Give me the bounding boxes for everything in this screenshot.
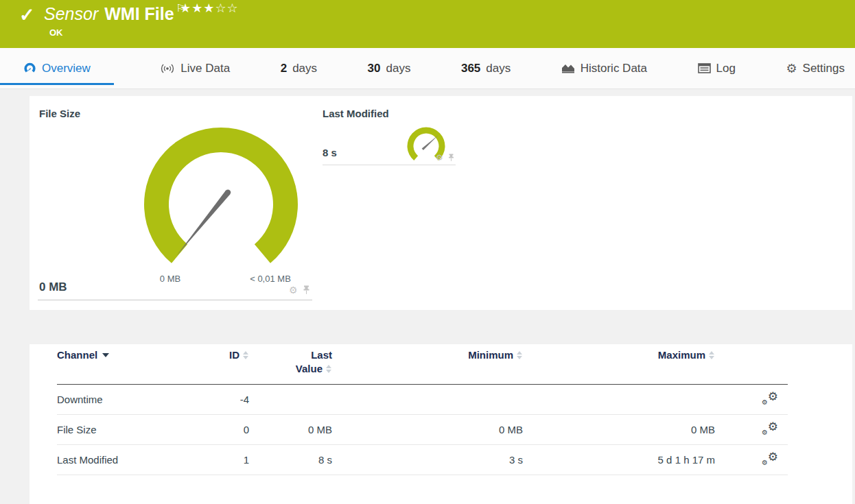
sort-desc-icon	[102, 353, 109, 357]
channel-settings-gears-icon[interactable]: ⚙⚙	[762, 391, 778, 406]
status-badge: OK	[49, 27, 63, 38]
column-header-channel[interactable]: Channel	[57, 348, 194, 376]
column-header-maximum[interactable]: Maximum	[523, 348, 715, 376]
live-data-icon	[160, 63, 175, 74]
channel-maximum: 0 MB	[523, 424, 715, 435]
channel-minimum: 0 MB	[332, 424, 523, 435]
panel-gear-icon[interactable]: ⚙	[436, 154, 443, 162]
channel-id: 0	[194, 424, 249, 435]
table-row-last-modified: Last Modified 1 8 s 3 s 5 d 1 h 17 m ⚙⚙	[57, 445, 788, 475]
sort-icon	[517, 350, 523, 360]
tab-settings-label: Settings	[803, 62, 845, 75]
channels-table-header: Channel ID Last Value Minimum Maximum	[57, 344, 788, 385]
sensor-status-header: ✓ SensorWMI File⚐ ★★★☆☆ OK	[0, 0, 855, 48]
channel-id: 1	[194, 454, 249, 466]
column-header-id[interactable]: ID	[194, 348, 249, 376]
column-header-maximum-label: Maximum	[658, 349, 705, 361]
tab-bar: Overview Live Data 2 days 30 days 365 da…	[0, 48, 855, 89]
tab-live-data[interactable]: Live Data	[156, 48, 234, 88]
stars-filled: ★★★	[180, 1, 215, 15]
last-modified-panel-border	[323, 165, 456, 165]
tab-30-days[interactable]: 30 days	[364, 48, 415, 88]
content-area: File Size 0 MB < 0,01 MB 0 MB ⚙ Last Mod…	[0, 89, 855, 504]
tab-365-days-number: 365	[461, 62, 480, 75]
gear-icon: ⚙	[786, 62, 797, 75]
file-size-panel-border	[38, 300, 312, 300]
tab-historic-data[interactable]: Historic Data	[557, 48, 651, 88]
table-row-downtime: Downtime -4 ⚙⚙	[57, 385, 788, 415]
stars-empty: ☆☆	[215, 1, 238, 15]
priority-stars[interactable]: ★★★☆☆	[180, 1, 239, 16]
tab-30-days-label: days	[386, 62, 411, 75]
sensor-name: WMI File	[104, 4, 174, 23]
ok-check-icon: ✓	[19, 4, 35, 26]
channel-name: Last Modified	[57, 454, 194, 466]
area-chart-icon	[561, 63, 575, 74]
sort-icon	[326, 364, 332, 374]
channel-maximum: 5 d 1 h 17 m	[523, 454, 715, 466]
sensor-type-label: Sensor	[44, 4, 98, 23]
channel-settings-gears-icon[interactable]: ⚙⚙	[762, 421, 778, 436]
tab-historic-data-label: Historic Data	[581, 62, 647, 75]
column-header-settings	[715, 348, 788, 376]
column-header-id-label: ID	[229, 349, 239, 361]
panel-gear-icon[interactable]: ⚙	[289, 285, 298, 295]
column-header-last-value[interactable]: Last Value	[249, 348, 332, 376]
last-modified-panel-icons: ⚙	[436, 154, 454, 162]
channel-settings-gears-icon[interactable]: ⚙⚙	[762, 451, 778, 466]
file-size-panel-icons: ⚙	[289, 285, 310, 295]
column-header-minimum[interactable]: Minimum	[332, 348, 523, 376]
file-size-gauge	[137, 123, 305, 285]
channel-name: Downtime	[57, 394, 194, 405]
tab-30-days-number: 30	[368, 62, 381, 75]
channel-last-value: 8 s	[249, 454, 332, 466]
tab-overview-label: Overview	[42, 62, 91, 75]
channel-minimum: 3 s	[332, 454, 523, 466]
tab-2-days-label: days	[292, 62, 317, 75]
file-size-panel-title: File Size	[39, 108, 80, 119]
tab-2-days-number: 2	[281, 62, 287, 75]
tab-live-data-label: Live Data	[180, 62, 230, 75]
tab-2-days[interactable]: 2 days	[277, 48, 321, 88]
tab-log[interactable]: Log	[694, 48, 740, 88]
sensor-title: SensorWMI File⚐	[44, 2, 185, 24]
sort-icon	[709, 350, 715, 360]
pin-icon[interactable]	[448, 154, 454, 162]
tab-365-days[interactable]: 365 days	[457, 48, 515, 88]
channel-name: File Size	[57, 424, 194, 435]
gauge-icon	[23, 62, 36, 75]
file-size-gauge-min-label: 0 MB	[139, 274, 201, 284]
channel-last-value: 0 MB	[249, 424, 332, 435]
sort-icon	[243, 350, 249, 360]
file-size-gauge-max-label: < 0,01 MB	[233, 274, 308, 284]
channel-id: -4	[194, 394, 249, 405]
log-list-icon	[698, 63, 711, 73]
column-header-minimum-label: Minimum	[468, 349, 513, 361]
channels-card: Channel ID Last Value Minimum Maximum Do…	[30, 344, 852, 504]
tab-overview[interactable]: Overview	[0, 48, 114, 88]
channels-table: Channel ID Last Value Minimum Maximum Do…	[57, 344, 788, 475]
file-size-current-value: 0 MB	[39, 280, 67, 294]
tab-log-label: Log	[716, 62, 736, 75]
last-modified-panel-title: Last Modified	[323, 108, 389, 119]
gauges-card: File Size 0 MB < 0,01 MB 0 MB ⚙ Last Mod…	[30, 96, 852, 310]
last-modified-current-value: 8 s	[323, 147, 337, 158]
column-header-channel-label: Channel	[57, 349, 97, 361]
table-row-file-size: File Size 0 0 MB 0 MB 0 MB ⚙⚙	[57, 415, 788, 445]
tab-365-days-label: days	[486, 62, 511, 75]
pin-icon[interactable]	[303, 285, 310, 295]
tab-settings[interactable]: ⚙ Settings	[782, 48, 849, 88]
